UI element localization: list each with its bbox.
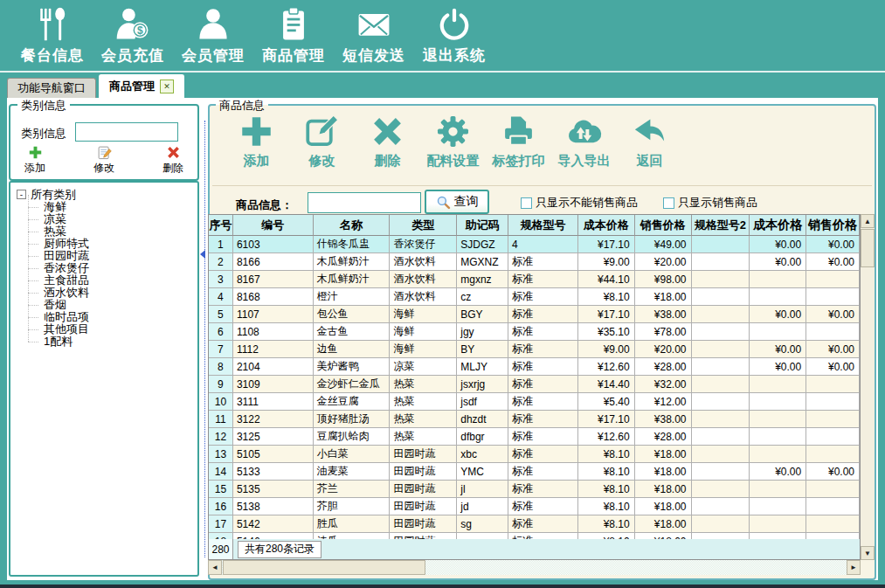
checkbox-icon[interactable]	[663, 197, 674, 209]
goods-toolbar: 添加修改删除配料设置标签打印导入导出返回	[224, 114, 682, 169]
column-header[interactable]: 成本价格	[578, 215, 635, 236]
table-cell: MLJY	[457, 358, 508, 376]
category-cross-button[interactable]: 删除	[162, 145, 183, 176]
table-row[interactable]: 51107包公鱼海鲜BGY标准¥17.10¥38.00¥0.00¥0.00	[209, 306, 860, 323]
menu-item-goods-manage[interactable]: 商品管理	[253, 5, 334, 66]
column-header[interactable]: 销售价格	[635, 215, 692, 236]
table-cell: 8	[209, 358, 233, 376]
table-row[interactable]: 48168橙汁酒水饮料cz标准¥8.10¥18.00	[209, 288, 860, 306]
table-cell: 香浓煲仔	[390, 236, 457, 253]
table-row[interactable]: 135105小白菜田园时蔬xbc标准¥8.10¥18.00	[209, 446, 860, 463]
edit-icon	[304, 114, 340, 149]
table-row[interactable]: 38167木瓜鲜奶汁酒水饮料mgxnz标准¥44.10¥98.00	[209, 271, 860, 288]
menu-item-exit-system[interactable]: 退出系统	[414, 5, 494, 66]
table-cell	[692, 236, 750, 253]
horizontal-scrollbar[interactable]: ◄ ►	[208, 560, 861, 575]
tree-root[interactable]: - 所有类别	[17, 188, 197, 201]
table-row[interactable]: 71112边鱼海鲜BY标准¥9.00¥20.00¥0.00¥0.00	[209, 341, 860, 358]
tree-item[interactable]: 凉菜	[17, 213, 197, 225]
table-row[interactable]: 123125豆腐扒蛤肉热菜dfbgr标准¥12.60¥28.00	[209, 428, 860, 446]
menu-item-table-info[interactable]: 餐台信息	[12, 5, 93, 66]
table-row[interactable]: 28166木瓜鲜奶汁酒水饮料MGXNZ标准¥9.00¥20.00¥0.00¥0.…	[209, 253, 860, 271]
tree-item[interactable]: 临时品项	[17, 311, 197, 323]
vertical-scroll-thumb[interactable]	[861, 229, 875, 267]
tree-item[interactable]: 其他项目	[17, 323, 197, 336]
toolbar-edit-button[interactable]: 修改	[289, 114, 355, 169]
checkbox-hide-unsellable[interactable]: 只显示不能销售商品	[521, 195, 638, 211]
table-cell: 标准	[508, 393, 578, 411]
scroll-down-icon[interactable]: ▼	[861, 546, 875, 560]
table-cell: ¥20.00	[635, 341, 692, 358]
tab-nav-window[interactable]: 功能导航窗口	[7, 78, 96, 98]
tree-item[interactable]: 主食甜品	[17, 274, 197, 287]
table-cell: ¥8.10	[578, 515, 635, 533]
tree-item[interactable]: 田园时蔬	[17, 250, 197, 262]
table-row[interactable]: 103111金丝豆腐热菜jsdf标准¥5.40¥12.00	[209, 393, 860, 411]
tab-close-icon[interactable]: ✕	[160, 80, 174, 93]
menu-item-sms-send[interactable]: 短信发送	[334, 5, 414, 66]
checkbox-show-sellable[interactable]: 只显示销售商品	[663, 195, 757, 211]
toolbar-printer-button[interactable]: 标签打印	[486, 114, 551, 169]
tree-item[interactable]: 海鲜	[17, 201, 197, 213]
toolbar-back-button[interactable]: 返回	[617, 114, 682, 169]
table-cell: 3111	[233, 393, 314, 411]
horizontal-scroll-thumb[interactable]	[223, 560, 425, 575]
tree-collapse-icon[interactable]: -	[17, 190, 26, 199]
column-header[interactable]: 助记码	[457, 215, 508, 236]
table-cell: 17	[209, 515, 233, 533]
toolbar-gear-button[interactable]: 配料设置	[420, 114, 486, 169]
table-cell: 7	[209, 341, 233, 358]
table-body: 16103什锦冬瓜盅香浓煲仔SJDGZ4¥17.10¥49.00¥0.00¥0.…	[209, 236, 860, 540]
toolbar-delete-button[interactable]: 删除	[355, 114, 420, 169]
splitter-collapse-icon[interactable]	[200, 250, 205, 259]
panel-splitter[interactable]	[204, 121, 205, 557]
tree-item[interactable]: 香浓煲仔	[17, 262, 197, 274]
toolbar-add-button[interactable]: 添加	[224, 114, 289, 169]
table-row[interactable]: 145133油麦菜田园时蔬YMC标准¥8.10¥18.00¥0.00¥0.00	[209, 463, 860, 481]
scroll-right-icon[interactable]: ►	[847, 560, 861, 575]
vertical-scrollbar[interactable]: ▲ ▼	[861, 214, 875, 560]
category-plus-button[interactable]: 添加	[24, 145, 45, 176]
tab-goods-manage[interactable]: 商品管理 ✕	[99, 74, 184, 98]
toolbar-separator	[212, 185, 872, 186]
table-cell: ¥0.00	[806, 463, 860, 481]
tree-item[interactable]: 厨师特式	[17, 238, 197, 250]
table-row[interactable]: 93109金沙虾仁金瓜热菜jsxrjg标准¥14.40¥32.00	[209, 376, 860, 393]
menu-item-member-recharge[interactable]: 会员充值	[93, 5, 173, 66]
table-row[interactable]: 175142胜瓜田园时蔬sg标准¥8.10¥18.00	[209, 515, 860, 533]
column-header[interactable]: 序号	[209, 215, 233, 236]
table-row[interactable]: 113122顶好猪肚汤热菜dhzdt标准¥17.10¥38.00	[209, 411, 860, 428]
column-header[interactable]: 销售价格	[806, 215, 860, 236]
table-cell: 14	[209, 463, 233, 481]
table-row[interactable]: 165138芥胆田园时蔬jd标准¥8.10¥18.00	[209, 498, 860, 515]
table-cell: ¥9.00	[578, 341, 635, 358]
column-header[interactable]: 成本价格	[750, 215, 806, 236]
menu-item-member-manage[interactable]: 会员管理	[173, 5, 253, 66]
table-cell: 6	[209, 323, 233, 341]
tree-item[interactable]: 热菜	[17, 225, 197, 238]
table-cell: 标准	[508, 446, 578, 463]
table-row[interactable]: 82104美炉酱鸭凉菜MLJY标准¥12.60¥28.00¥0.00¥0.00	[209, 358, 860, 376]
column-header[interactable]: 规格型号2	[692, 215, 750, 236]
column-header[interactable]: 编号	[233, 215, 314, 236]
table-cell: 胜瓜	[314, 515, 391, 533]
category-input[interactable]	[75, 122, 178, 142]
toolbar-import-export-button[interactable]: 导入导出	[551, 114, 617, 169]
tree-item[interactable]: 香烟	[17, 299, 197, 311]
table-row[interactable]: 16103什锦冬瓜盅香浓煲仔SJDGZ4¥17.10¥49.00¥0.00¥0.…	[209, 236, 860, 253]
table-row[interactable]: 155135芥兰田园时蔬jl标准¥8.10¥18.00	[209, 481, 860, 498]
column-header[interactable]: 类型	[390, 215, 457, 236]
scroll-up-icon[interactable]: ▲	[861, 214, 875, 228]
table-cell: 标准	[508, 428, 578, 446]
goods-search-input[interactable]	[308, 192, 421, 213]
scroll-left-icon[interactable]: ◄	[208, 560, 222, 575]
column-header[interactable]: 名称	[314, 215, 391, 236]
table-cell: 9	[209, 376, 233, 393]
checkbox-icon[interactable]	[521, 197, 532, 209]
column-header[interactable]: 规格型号	[508, 215, 578, 236]
tree-item[interactable]: 酒水饮料	[17, 287, 197, 299]
tree-item[interactable]: 1配料	[17, 336, 197, 348]
category-notepad-button[interactable]: 修改	[93, 145, 114, 176]
query-button[interactable]: 查询	[425, 190, 489, 214]
table-row[interactable]: 61108金古鱼海鲜jgy标准¥35.10¥78.00	[209, 323, 860, 341]
